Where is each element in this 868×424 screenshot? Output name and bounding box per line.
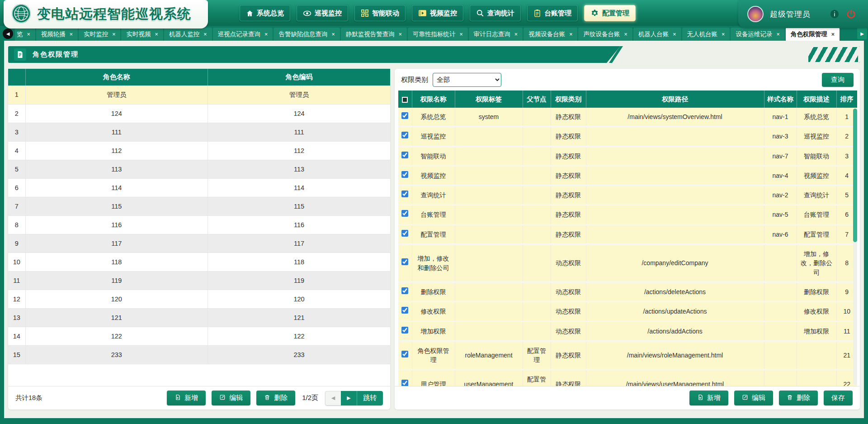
permission-row-5[interactable]: 台账管理静态权限nav-5台账管理6 <box>398 205 857 224</box>
tab-close-icon[interactable]: × <box>624 31 627 38</box>
nav-button-4[interactable]: 查询统计 <box>470 5 521 21</box>
permission-row-11[interactable]: 角色权限管理roleManagement配置管理静态权限/main/views/… <box>398 341 857 370</box>
tab-8[interactable]: 可靠性指标统计× <box>408 28 468 41</box>
permission-row-9[interactable]: 修改权限动态权限/actions/updateActions修改权限10 <box>398 302 857 321</box>
permission-category-select[interactable]: 全部 <box>433 73 501 87</box>
role-row-1[interactable]: 1管理员管理员 <box>8 86 390 104</box>
role-row-15[interactable]: 15233233 <box>8 345 390 364</box>
tab-close-icon[interactable]: × <box>399 31 402 38</box>
tab-0[interactable]: 览× <box>15 28 35 41</box>
permission-row-2[interactable]: 智能联动静态权限nav-7智能联动3 <box>398 146 857 166</box>
permission-row-7[interactable]: 增加，修改和删除公司动态权限/company/editCompany增加，修改，… <box>398 244 857 282</box>
nav-button-1[interactable]: 巡视监控 <box>297 5 348 21</box>
tab-close-icon[interactable]: × <box>673 31 676 38</box>
role-row-3[interactable]: 3111111 <box>8 123 390 141</box>
row-checkbox[interactable] <box>401 351 408 357</box>
tab-12[interactable]: 机器人台账× <box>633 28 681 41</box>
role-delete-button[interactable]: 删除 <box>256 391 295 405</box>
select-all-checkbox[interactable] <box>398 91 412 108</box>
tab-close-icon[interactable]: × <box>569 31 572 38</box>
role-row-9[interactable]: 9117117 <box>8 234 390 252</box>
row-checkbox[interactable] <box>401 191 408 197</box>
permission-edit-button[interactable]: 编辑 <box>734 391 773 405</box>
role-row-6[interactable]: 6114114 <box>8 178 390 197</box>
tab-close-icon[interactable]: × <box>776 31 779 38</box>
info-icon[interactable] <box>830 9 840 19</box>
role-row-12[interactable]: 12120120 <box>8 290 390 308</box>
tab-close-icon[interactable]: × <box>722 31 725 38</box>
row-checkbox[interactable] <box>401 230 408 237</box>
tab-close-icon[interactable]: × <box>70 31 73 38</box>
role-row-2[interactable]: 2124124 <box>8 104 390 123</box>
tab-2[interactable]: 实时监控× <box>79 28 120 41</box>
tab-7[interactable]: 静默监视告警查询× <box>341 28 407 41</box>
nav-button-6[interactable]: 配置管理 <box>584 5 636 21</box>
permission-save-button[interactable]: 保存 <box>824 391 853 405</box>
permission-row-1[interactable]: 巡视监控静态权限nav-3巡视监控2 <box>398 127 857 146</box>
power-icon[interactable] <box>846 9 856 19</box>
permission-filter-row: 权限类别 全部 查询 <box>395 69 860 91</box>
permission-row-10[interactable]: 增加权限动态权限/actions/addActions增加权限11 <box>398 321 857 341</box>
row-checkbox[interactable] <box>401 112 408 119</box>
permission-row-3[interactable]: 视频监控静态权限nav-4视频监控4 <box>398 166 857 185</box>
role-row-14[interactable]: 14122122 <box>8 327 390 345</box>
avatar[interactable] <box>747 6 764 22</box>
role-row-5[interactable]: 5113113 <box>8 160 390 178</box>
tab-5[interactable]: 巡视点记录查询× <box>213 28 273 41</box>
permission-row-12[interactable]: 用户管理userManagement配置管理静态权限/main/views/us… <box>398 370 857 386</box>
tab-close-icon[interactable]: × <box>27 31 30 38</box>
tab-4[interactable]: 机器人监控× <box>164 28 212 41</box>
row-checkbox[interactable] <box>401 287 408 294</box>
nav-button-5[interactable]: 台账管理 <box>527 5 578 21</box>
prev-page-icon[interactable]: ◀ <box>325 391 341 405</box>
tab-close-icon[interactable]: × <box>831 31 835 38</box>
permission-row-0[interactable]: 系统总览system静态权限/main/views/systemOverview… <box>398 108 857 127</box>
tab-close-icon[interactable]: × <box>331 31 335 38</box>
role-row-8[interactable]: 8116116 <box>8 215 390 234</box>
tab-9[interactable]: 审计日志查询× <box>469 28 523 41</box>
row-checkbox[interactable] <box>401 152 408 158</box>
tab-15[interactable]: 角色权限管理× <box>786 28 840 41</box>
tab-1[interactable]: 视频轮播× <box>36 28 78 41</box>
tab-close-icon[interactable]: × <box>264 31 268 38</box>
tab-close-icon[interactable]: × <box>155 31 158 38</box>
role-add-button[interactable]: 新增 <box>167 391 206 405</box>
tab-13[interactable]: 无人机台账× <box>682 28 730 41</box>
role-row-10[interactable]: 10118118 <box>8 252 390 271</box>
role-row-11[interactable]: 11119119 <box>8 271 390 290</box>
tab-11[interactable]: 声纹设备台账× <box>578 28 632 41</box>
role-row-7[interactable]: 7115115 <box>8 197 390 215</box>
jump-page-button[interactable]: 跳转 <box>357 391 383 405</box>
search-button[interactable]: 查询 <box>822 73 854 87</box>
permission-add-button[interactable]: 新增 <box>689 391 728 405</box>
tab-14[interactable]: 设备运维记录× <box>731 28 784 41</box>
permission-row-6[interactable]: 配置管理静态权限nav-6配置管理7 <box>398 224 857 244</box>
permission-delete-button[interactable]: 删除 <box>779 391 818 405</box>
tab-close-icon[interactable]: × <box>460 31 463 38</box>
role-row-13[interactable]: 13121121 <box>8 308 390 327</box>
tab-10[interactable]: 视频设备台账× <box>524 28 577 41</box>
tab-close-icon[interactable]: × <box>112 31 115 38</box>
next-page-icon[interactable]: ▶ <box>341 391 357 405</box>
tab-close-icon[interactable]: × <box>514 31 518 38</box>
row-checkbox[interactable] <box>401 327 408 333</box>
permission-row-8[interactable]: 删除权限动态权限/actions/deleteActions删除权限9 <box>398 282 857 301</box>
row-checkbox[interactable] <box>401 210 408 217</box>
tab-3[interactable]: 实时视频× <box>121 28 163 41</box>
tab-6[interactable]: 告警缺陷信息查询× <box>274 28 340 41</box>
row-checkbox[interactable] <box>401 307 408 314</box>
tab-close-icon[interactable]: × <box>203 31 207 38</box>
row-checkbox[interactable] <box>401 258 408 265</box>
nav-button-0[interactable]: 系统总览 <box>240 5 290 21</box>
role-edit-button[interactable]: 编辑 <box>212 391 250 405</box>
row-checkbox[interactable] <box>401 132 408 138</box>
scrollbar-thumb[interactable] <box>853 109 857 242</box>
nav-button-3[interactable]: 视频监控 <box>412 5 463 21</box>
row-checkbox[interactable] <box>401 171 408 178</box>
row-checkbox[interactable] <box>401 380 408 386</box>
permission-row-4[interactable]: 查询统计静态权限nav-2查询统计5 <box>398 186 857 205</box>
tab-scroll-right-icon[interactable]: ▶ <box>857 28 867 39</box>
role-row-4[interactable]: 4112112 <box>8 141 390 160</box>
nav-button-2[interactable]: 智能联动 <box>354 5 406 21</box>
tab-scroll-left-icon[interactable]: ◀ <box>3 29 13 39</box>
